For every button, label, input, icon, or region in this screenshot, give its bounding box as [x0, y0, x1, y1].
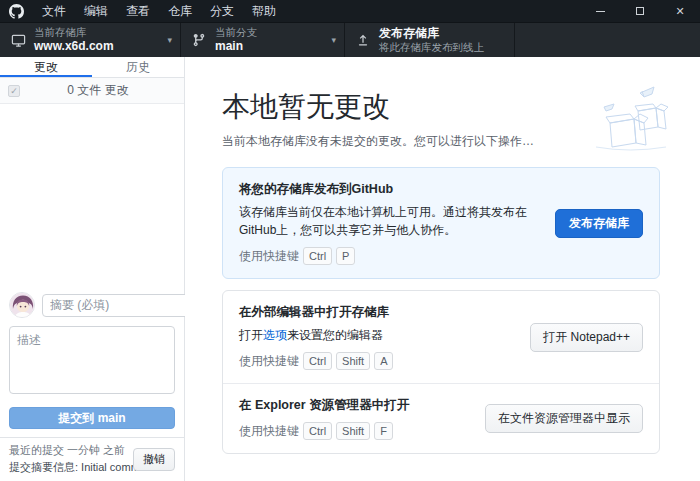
maximize-icon — [636, 7, 644, 15]
publish-to-github-card: 将您的存储库发布到GitHub 该存储库当前仅在本地计算机上可用。通过将其发布在… — [222, 167, 660, 279]
tab-history[interactable]: 历史 — [92, 57, 184, 77]
undo-commit-button[interactable]: 撤销 — [133, 448, 175, 471]
editor-card-body: 打开选项来设置您的编辑器 — [239, 326, 516, 344]
github-logo-icon — [9, 4, 24, 19]
sidebar-tabs: 更改 历史 — [0, 57, 184, 78]
select-all-checkbox[interactable]: ✓ — [8, 85, 20, 97]
key-a: A — [374, 352, 393, 370]
open-notepad-button[interactable]: 打开 Notepad++ — [530, 323, 643, 352]
monitor-icon — [10, 32, 26, 48]
menu-bar: 文件 编辑 查看 仓库 分支 帮助 ✕ — [0, 0, 700, 22]
commit-form: 提交到 main — [0, 284, 184, 437]
content: 更改 历史 ✓ 0 文件 更改 — [0, 57, 700, 481]
publish-repository-toolbar-button[interactable]: 发布存储库 将此存储库发布到线上 — [345, 23, 515, 57]
suggested-actions: 将您的存储库发布到GitHub 该存储库当前仅在本地计算机上可用。通过将其发布在… — [222, 167, 660, 454]
explorer-card-title: 在 Explorer 资源管理器中打开 — [239, 397, 471, 414]
publish-text: 发布存储库 将此存储库发布到线上 — [379, 26, 484, 54]
publish-card-body: 该存储库当前仅在本地计算机上可用。通过将其发布在GitHub上，您可以共享它并与… — [239, 203, 541, 239]
publish-card-title: 将您的存储库发布到GitHub — [239, 181, 541, 198]
shortcut-label: 使用快捷键 — [239, 248, 299, 265]
chevron-down-icon: ▾ — [159, 35, 172, 45]
avatar — [9, 292, 35, 318]
key-ctrl: Ctrl — [303, 422, 332, 440]
menu-branch[interactable]: 分支 — [201, 0, 243, 22]
publish-repository-button[interactable]: 发布存储库 — [555, 209, 643, 238]
key-shift: Shift — [336, 422, 370, 440]
branch-label: 当前分支 — [215, 26, 257, 39]
menu-edit[interactable]: 编辑 — [75, 0, 117, 22]
menu-help[interactable]: 帮助 — [243, 0, 285, 22]
recent-commit-time: 最近的提交 一分钟 之前 — [9, 443, 133, 458]
repository-text: 当前存储库 www.x6d.com — [34, 26, 114, 54]
editor-body-suffix: 来设置您的编辑器 — [287, 328, 383, 342]
shortcut-label: 使用快捷键 — [239, 353, 299, 370]
toolbar: 当前存储库 www.x6d.com ▾ 当前分支 main ▾ 发布存储库 将此… — [0, 22, 700, 57]
repository-name: www.x6d.com — [34, 39, 114, 54]
file-list-empty-area — [0, 104, 184, 284]
close-button[interactable]: ✕ — [660, 0, 700, 22]
commit-to-main-button[interactable]: 提交到 main — [9, 407, 175, 429]
editor-body-prefix: 打开 — [239, 328, 263, 342]
editor-card-shortcut: 使用快捷键 Ctrl Shift A — [239, 352, 516, 370]
shortcut-label: 使用快捷键 — [239, 423, 299, 440]
maximize-button[interactable] — [620, 0, 660, 22]
key-p: P — [336, 247, 355, 265]
open-in-explorer-card: 在 Explorer 资源管理器中打开 使用快捷键 Ctrl Shift F 在… — [223, 384, 659, 453]
publish-card-shortcut: 使用快捷键 Ctrl P — [239, 247, 541, 265]
current-repository-selector[interactable]: 当前存储库 www.x6d.com ▾ — [0, 23, 181, 57]
key-ctrl: Ctrl — [303, 352, 332, 370]
branch-name: main — [215, 39, 257, 54]
explorer-card-shortcut: 使用快捷键 Ctrl Shift F — [239, 422, 471, 440]
changed-files-header: ✓ 0 文件 更改 — [0, 78, 184, 104]
key-ctrl: Ctrl — [303, 247, 332, 265]
branch-text: 当前分支 main — [215, 26, 257, 54]
sidebar: 更改 历史 ✓ 0 文件 更改 — [0, 57, 185, 481]
upload-icon — [355, 32, 371, 48]
open-in-editor-card: 在外部编辑器中打开存储库 打开选项来设置您的编辑器 使用快捷键 Ctrl Shi… — [223, 291, 659, 383]
menu-view[interactable]: 查看 — [117, 0, 159, 22]
key-f: F — [374, 422, 393, 440]
minimize-button[interactable] — [580, 0, 620, 22]
main-panel: 本地暂无更改 当前本地存储库没有未提交的更改。您可以进行以下操作… 将您的存储库… — [185, 57, 700, 481]
window-controls: ✕ — [580, 0, 700, 22]
key-shift: Shift — [336, 352, 370, 370]
boxes-illustration — [582, 81, 678, 157]
open-actions-group: 在外部编辑器中打开存储库 打开选项来设置您的编辑器 使用快捷键 Ctrl Shi… — [222, 290, 660, 454]
files-changed-count: 0 文件 更改 — [20, 82, 176, 99]
options-link[interactable]: 选项 — [263, 328, 287, 342]
chevron-down-icon: ▾ — [323, 35, 336, 45]
show-in-explorer-button[interactable]: 在文件资源管理器中显示 — [485, 404, 643, 433]
repository-label: 当前存储库 — [34, 26, 114, 39]
publish-subtitle: 将此存储库发布到线上 — [379, 41, 484, 54]
current-branch-selector[interactable]: 当前分支 main ▾ — [181, 23, 345, 57]
toolbar-filler — [515, 23, 700, 57]
minimize-icon — [596, 11, 605, 12]
recent-commit-summary: 提交摘要信息: Initial commit — [9, 460, 133, 475]
menu-repository[interactable]: 仓库 — [159, 0, 201, 22]
tab-changes[interactable]: 更改 — [0, 57, 92, 77]
app-window: 文件 编辑 查看 仓库 分支 帮助 ✕ 当前存储库 www.x6d.com ▾ — [0, 0, 700, 481]
commit-description-input[interactable] — [9, 326, 175, 394]
editor-card-title: 在外部编辑器中打开存储库 — [239, 304, 516, 321]
recent-commit-footer: 最近的提交 一分钟 之前 提交摘要信息: Initial commit 撤销 — [0, 437, 184, 481]
publish-title: 发布存储库 — [379, 26, 484, 41]
menu-file[interactable]: 文件 — [33, 0, 75, 22]
git-branch-icon — [191, 32, 207, 48]
